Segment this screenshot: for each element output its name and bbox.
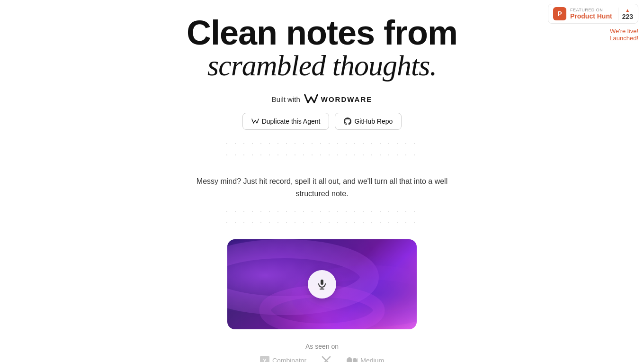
github-icon [344,118,351,125]
duplicate-icon [251,118,259,125]
ph-live-line1: We're live! [609,27,638,35]
ph-text-group: FEATURED ON Product Hunt [570,8,612,20]
microphone-button[interactable] [308,270,336,299]
duplicate-agent-label: Duplicate this Agent [262,118,321,125]
dotted-separator-2 [223,151,421,162]
duplicate-agent-button[interactable]: Duplicate this Agent [242,113,330,130]
description-text: Messy mind? Just hit record, spell it al… [194,175,450,199]
svg-point-9 [353,358,357,362]
ph-logo-icon: P [553,7,566,20]
yc-logo: Y Combinator [260,356,306,362]
dotted-separator-3 [223,207,421,218]
built-with-label: Built with [272,95,300,103]
wordware-logo: WORDWARE [304,94,373,104]
github-repo-button[interactable]: GitHub Repo [335,113,402,130]
record-widget [227,239,417,329]
medium-icon [346,357,358,362]
hero-subtitle: scrambled thoughts. [207,49,437,82]
ph-live-line2: Launched! [609,35,638,42]
x-icon [322,356,331,362]
medium-logo: Medium [346,357,384,362]
svg-text:Y: Y [263,358,267,362]
as-seen-on-label: As seen on [305,343,339,350]
medium-label: Medium [360,357,384,362]
hero-title: Clean notes from [187,14,457,52]
ph-name: Product Hunt [570,12,612,20]
ph-live-badge: We're live! Launched! [609,27,638,42]
product-hunt-badge[interactable]: P FEATURED ON Product Hunt ▲ 223 [548,4,638,24]
ph-number: 223 [622,13,633,20]
github-repo-label: GitHub Repo [354,118,393,125]
ph-arrow-icon: ▲ [625,8,630,13]
svg-point-8 [347,357,352,362]
dotted-separator-1 [223,139,421,151]
logos-row: Y Combinator Medium [260,356,384,362]
main-content: Clean notes from scrambled thoughts. Bui… [0,0,644,362]
svg-point-10 [357,358,358,362]
ph-vote-count: ▲ 223 [618,8,633,20]
x-logo [322,356,331,362]
dotted-separator-4 [223,218,421,230]
wordware-w-icon [304,94,318,104]
action-buttons-row: Duplicate this Agent GitHub Repo [242,113,402,130]
yc-label: Combinator [272,357,306,362]
microphone-icon [316,279,328,290]
svg-rect-3 [321,280,323,285]
built-with-row: Built with WORDWARE [272,94,373,104]
as-seen-on-section: As seen on Y Combinator [260,343,384,362]
ph-featured-label: FEATURED ON [570,8,612,12]
yc-icon: Y [260,356,269,362]
wordware-text: WORDWARE [321,95,373,103]
